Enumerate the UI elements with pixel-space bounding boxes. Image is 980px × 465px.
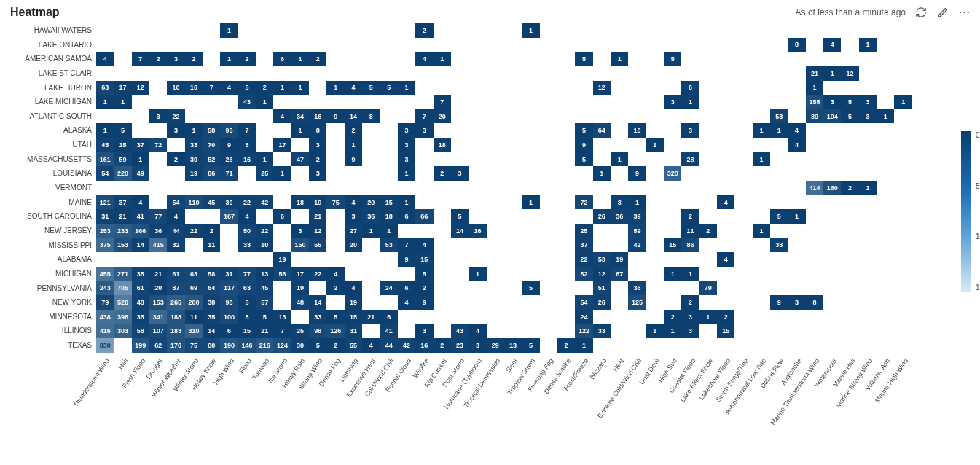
heatmap-cell[interactable] [664,181,681,195]
heatmap-cell[interactable] [717,224,734,238]
heatmap-cell[interactable] [788,238,805,253]
heatmap-cell[interactable] [806,38,823,52]
heatmap-cell[interactable]: 98 [309,324,326,338]
heatmap-cell[interactable] [681,66,699,81]
heatmap-cell[interactable] [717,152,734,167]
heatmap-cell[interactable] [877,166,894,181]
heatmap-cell[interactable] [132,23,149,38]
heatmap-cell[interactable]: 233 [114,224,131,238]
heatmap-cell[interactable] [291,310,309,324]
heatmap-cell[interactable] [469,295,486,310]
heatmap-cell[interactable] [114,252,131,267]
heatmap-cell[interactable] [894,152,912,167]
heatmap-cell[interactable] [664,23,681,38]
heatmap-cell[interactable] [611,338,628,353]
heatmap-cell[interactable] [877,95,894,109]
heatmap-cell[interactable]: 95 [220,123,238,138]
heatmap-cell[interactable] [504,66,522,81]
heatmap-cell[interactable] [487,181,504,195]
heatmap-cell[interactable] [540,23,557,38]
heatmap-cell[interactable]: 79 [96,295,114,310]
heatmap-cell[interactable]: 6 [398,281,415,296]
heatmap-cell[interactable] [326,138,344,152]
heatmap-cell[interactable]: 52 [203,152,220,167]
heatmap-cell[interactable] [788,252,805,267]
heatmap-cell[interactable]: 2 [434,166,451,181]
heatmap-cell[interactable] [894,295,912,310]
heatmap-cell[interactable]: 4 [469,324,486,338]
heatmap-cell[interactable] [575,81,592,95]
heatmap-cell[interactable]: 19 [185,166,203,181]
heatmap-cell[interactable] [557,310,575,324]
heatmap-cell[interactable]: 33 [185,138,203,152]
heatmap-cell[interactable] [734,181,752,195]
heatmap-cell[interactable]: 200 [185,295,203,310]
heatmap-cell[interactable] [841,152,858,167]
heatmap-cell[interactable]: 1 [753,123,770,138]
heatmap-cell[interactable] [132,252,149,267]
heatmap-cell[interactable] [717,281,734,296]
heatmap-cell[interactable]: 7 [238,123,256,138]
heatmap-cell[interactable] [326,123,344,138]
heatmap-cell[interactable]: 86 [681,238,699,253]
heatmap-cell[interactable] [398,66,415,81]
heatmap-cell[interactable] [309,281,326,296]
heatmap-cell[interactable] [753,138,770,152]
heatmap-cell[interactable] [557,267,575,281]
heatmap-cell[interactable] [646,281,664,296]
heatmap-cell[interactable] [380,109,398,124]
heatmap-cell[interactable] [96,252,114,267]
heatmap-cell[interactable] [894,123,912,138]
heatmap-cell[interactable] [894,66,912,81]
heatmap-cell[interactable] [664,281,681,296]
heatmap-cell[interactable] [380,295,398,310]
heatmap-cell[interactable] [841,324,858,338]
heatmap-cell[interactable] [859,252,877,267]
heatmap-cell[interactable] [149,152,167,167]
heatmap-cell[interactable] [540,66,557,81]
heatmap-cell[interactable]: 6 [380,310,398,324]
heatmap-cell[interactable] [699,238,717,253]
heatmap-cell[interactable] [185,95,203,109]
heatmap-cell[interactable] [434,224,451,238]
heatmap-cell[interactable]: 3 [681,123,699,138]
heatmap-cell[interactable] [362,95,380,109]
heatmap-cell[interactable]: 10 [167,81,184,95]
heatmap-cell[interactable]: 17 [273,138,291,152]
heatmap-cell[interactable]: 104 [823,109,841,124]
heatmap-cell[interactable] [380,38,398,52]
heatmap-cell[interactable] [753,52,770,66]
heatmap-cell[interactable]: 63 [96,81,114,95]
heatmap-cell[interactable]: 55 [345,338,362,353]
heatmap-cell[interactable] [770,95,788,109]
heatmap-cell[interactable] [877,224,894,238]
heatmap-cell[interactable] [806,123,823,138]
heatmap-cell[interactable] [628,66,646,81]
heatmap-cell[interactable]: 5 [326,310,344,324]
heatmap-cell[interactable] [823,267,841,281]
heatmap-cell[interactable]: 3 [167,52,184,66]
heatmap-cell[interactable] [611,109,628,124]
heatmap-cell[interactable] [877,238,894,253]
heatmap-cell[interactable] [345,166,362,181]
heatmap-cell[interactable] [646,252,664,267]
heatmap-cell[interactable] [504,123,522,138]
heatmap-cell[interactable] [734,123,752,138]
heatmap-cell[interactable]: 19 [291,281,309,296]
heatmap-cell[interactable]: 35 [203,310,220,324]
heatmap-cell[interactable]: 51 [593,281,611,296]
heatmap-cell[interactable]: 1 [664,267,681,281]
heatmap-cell[interactable] [434,123,451,138]
heatmap-cell[interactable]: 1 [291,123,309,138]
heatmap-cell[interactable]: 5 [841,95,858,109]
heatmap-cell[interactable] [132,95,149,109]
heatmap-cell[interactable]: 1 [291,52,309,66]
heatmap-cell[interactable]: 1 [345,138,362,152]
heatmap-cell[interactable] [451,238,469,253]
heatmap-cell[interactable] [770,152,788,167]
heatmap-cell[interactable] [469,81,486,95]
heatmap-cell[interactable]: 320 [664,166,681,181]
heatmap-cell[interactable] [859,295,877,310]
heatmap-cell[interactable] [398,52,415,66]
heatmap-cell[interactable] [238,38,256,52]
